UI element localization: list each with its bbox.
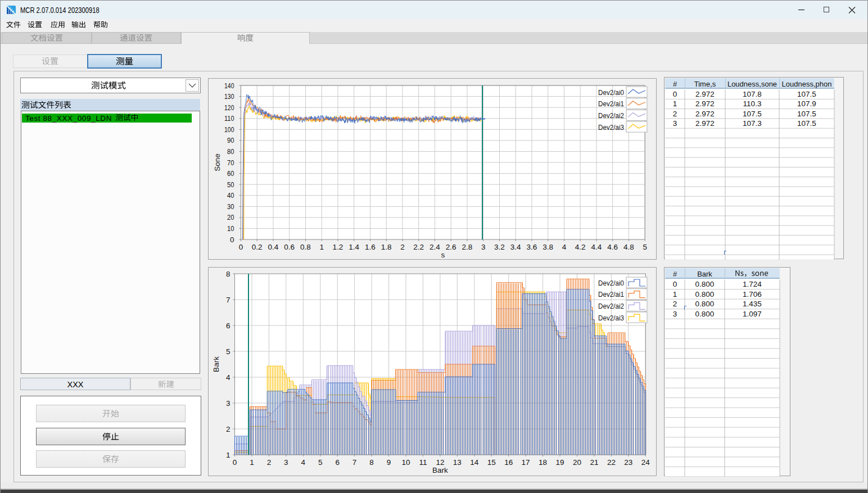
svg-text:Dev2/ai2: Dev2/ai2: [598, 111, 624, 120]
svg-text:1.6: 1.6: [365, 243, 376, 251]
svg-text:4: 4: [562, 243, 567, 251]
svg-text:0: 0: [239, 243, 243, 251]
svg-text:13: 13: [453, 458, 462, 467]
svg-text:4: 4: [226, 373, 230, 382]
svg-text:4.2: 4.2: [575, 243, 586, 251]
svg-text:Dev2/ai3: Dev2/ai3: [598, 314, 624, 322]
svg-text:Dev2/ai0: Dev2/ai0: [598, 279, 624, 287]
svg-text:24: 24: [641, 458, 650, 467]
svg-text:120: 120: [224, 103, 234, 112]
svg-text:7: 7: [226, 296, 230, 304]
svg-text:Dev2/ai0: Dev2/ai0: [598, 88, 624, 97]
svg-text:0: 0: [230, 236, 234, 244]
svg-text:s: s: [441, 251, 445, 259]
svg-text:Bark: Bark: [432, 466, 448, 474]
svg-text:2: 2: [400, 243, 405, 251]
svg-text:7: 7: [352, 458, 357, 467]
svg-text:80: 80: [227, 147, 234, 156]
svg-text:11: 11: [419, 458, 427, 467]
svg-text:14: 14: [470, 458, 479, 467]
svg-text:2: 2: [226, 425, 230, 433]
svg-text:3: 3: [226, 399, 230, 408]
svg-text:20: 20: [573, 458, 581, 467]
svg-text:3: 3: [284, 458, 288, 467]
svg-text:16: 16: [504, 458, 513, 467]
svg-text:6: 6: [226, 322, 230, 330]
svg-text:0.6: 0.6: [284, 243, 295, 251]
svg-text:40: 40: [227, 191, 234, 200]
svg-text:1: 1: [319, 243, 324, 251]
svg-text:0.2: 0.2: [252, 243, 263, 251]
svg-text:6: 6: [335, 458, 340, 467]
svg-text:1.8: 1.8: [381, 243, 392, 251]
svg-text:90: 90: [227, 136, 234, 144]
svg-text:22: 22: [607, 458, 616, 467]
svg-text:17: 17: [522, 458, 530, 467]
svg-text:60: 60: [227, 169, 234, 178]
svg-text:0.4: 0.4: [268, 243, 279, 251]
svg-text:3.8: 3.8: [542, 243, 553, 251]
svg-text:70: 70: [227, 159, 234, 167]
svg-text:3.4: 3.4: [510, 243, 521, 251]
svg-text:1.2: 1.2: [333, 243, 343, 251]
svg-text:5: 5: [226, 347, 230, 356]
svg-text:30: 30: [227, 202, 234, 211]
svg-text:0.8: 0.8: [300, 243, 311, 251]
svg-text:3.2: 3.2: [494, 243, 505, 251]
svg-text:4.4: 4.4: [591, 243, 602, 251]
svg-text:1: 1: [250, 458, 254, 467]
svg-text:12: 12: [436, 458, 444, 467]
svg-text:Dev2/ai1: Dev2/ai1: [598, 290, 624, 298]
svg-text:Bark: Bark: [212, 356, 220, 372]
svg-text:3: 3: [481, 243, 486, 251]
svg-text:1: 1: [226, 451, 230, 459]
svg-text:Sone: Sone: [213, 153, 221, 171]
svg-text:Dev2/ai3: Dev2/ai3: [598, 123, 624, 132]
svg-text:3.6: 3.6: [527, 243, 537, 251]
svg-text:18: 18: [539, 458, 547, 467]
svg-text:19: 19: [555, 458, 564, 467]
svg-text:8: 8: [226, 270, 230, 278]
svg-text:15: 15: [487, 458, 496, 467]
svg-text:140: 140: [224, 82, 234, 90]
svg-text:4: 4: [301, 458, 306, 467]
svg-text:4.6: 4.6: [607, 243, 618, 251]
svg-text:50: 50: [227, 180, 234, 189]
svg-text:2.2: 2.2: [413, 243, 424, 251]
svg-text:23: 23: [624, 458, 632, 467]
svg-text:4.8: 4.8: [623, 243, 634, 251]
svg-text:Dev2/ai1: Dev2/ai1: [598, 99, 624, 108]
svg-text:10: 10: [401, 458, 410, 467]
svg-text:Dev2/ai2: Dev2/ai2: [598, 302, 624, 310]
svg-text:2.8: 2.8: [462, 243, 473, 251]
svg-text:0: 0: [233, 458, 237, 467]
svg-text:8: 8: [369, 458, 374, 467]
svg-text:2.6: 2.6: [446, 243, 456, 251]
svg-text:2: 2: [267, 458, 272, 467]
svg-text:110: 110: [224, 114, 234, 123]
svg-text:9: 9: [387, 458, 391, 467]
svg-text:2.4: 2.4: [430, 243, 440, 251]
svg-text:130: 130: [224, 92, 234, 101]
svg-text:1.4: 1.4: [349, 243, 359, 251]
svg-text:20: 20: [227, 213, 234, 221]
svg-text:10: 10: [227, 224, 234, 233]
svg-text:21: 21: [590, 458, 598, 467]
svg-text:5: 5: [643, 243, 647, 251]
svg-text:100: 100: [224, 125, 234, 134]
svg-text:5: 5: [318, 458, 323, 467]
